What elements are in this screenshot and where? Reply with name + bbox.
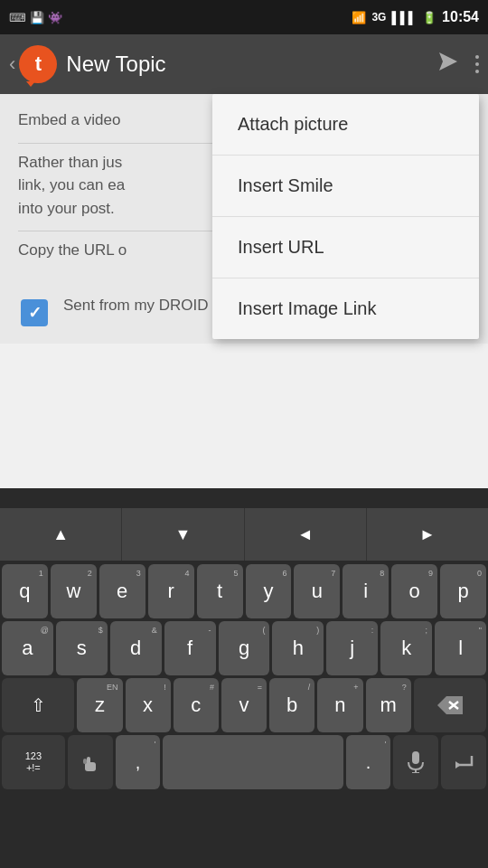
app-bar: ‹ t New Topic [0, 34, 488, 94]
keyboard-row-2: @a $s &d -f (g )h :j ;k "l [2, 621, 486, 675]
key-v[interactable]: =v [221, 678, 267, 732]
signal-bars-icon: ▌▌▌ [391, 11, 417, 24]
key-x[interactable]: !x [126, 678, 171, 732]
key-s[interactable]: $s [56, 621, 108, 675]
key-u[interactable]: 7u [294, 564, 340, 618]
menu-item-attach-picture[interactable]: Attach picture [212, 94, 479, 156]
battery-icon: 🔋 [422, 11, 436, 24]
check-mark-icon: ✓ [28, 303, 42, 323]
space-button[interactable] [163, 735, 343, 789]
more-dot-3 [475, 70, 479, 73]
key-w[interactable]: 2w [51, 564, 97, 618]
menu-item-insert-image-link[interactable]: Insert Image Link [212, 278, 479, 339]
microphone-button[interactable] [393, 735, 438, 789]
svg-marker-10 [455, 761, 461, 769]
key-z[interactable]: ENz [77, 678, 122, 732]
period-key[interactable]: '. [346, 735, 391, 789]
dropdown-menu: Attach picture Insert Smile Insert URL I… [212, 94, 479, 339]
sd-card-icon: 💾 [30, 11, 44, 24]
svg-rect-6 [83, 759, 87, 764]
keyboard-nav-row: ▲ ▼ ◄ ► [0, 508, 488, 561]
comma-key[interactable]: ', [116, 735, 161, 789]
key-f[interactable]: -f [164, 621, 216, 675]
wifi-icon: 📶 [352, 11, 366, 24]
key-t[interactable]: 5t [197, 564, 243, 618]
key-c[interactable]: #c [174, 678, 219, 732]
app-logo: t [19, 45, 57, 83]
key-h[interactable]: )h [272, 621, 324, 675]
numbers-button[interactable]: 123+!= [2, 735, 65, 789]
signature-checkbox-wrapper[interactable]: ✓ [18, 297, 51, 329]
clock: 10:54 [442, 9, 479, 25]
enter-button[interactable] [441, 735, 486, 789]
svg-rect-7 [412, 751, 419, 764]
keyboard-row-3: ⇧ ENz !x #c =v /b +n ?m [2, 678, 486, 732]
more-dot-2 [475, 62, 479, 66]
keyboard-row-1: 1q 2w 3e 4r 5t 6y 7u 8i 9o 0p [2, 564, 486, 618]
key-j[interactable]: :j [326, 621, 378, 675]
backspace-button[interactable] [414, 678, 486, 732]
more-dot-1 [475, 55, 479, 59]
alien-icon: 👾 [48, 11, 62, 24]
key-i[interactable]: 8i [343, 564, 389, 618]
key-g[interactable]: (g [219, 621, 270, 675]
svg-marker-0 [439, 52, 457, 71]
key-y[interactable]: 6y [246, 564, 292, 618]
svg-rect-4 [85, 762, 96, 771]
keyboard-icon: ⌨ [9, 11, 26, 24]
nav-down-button[interactable]: ▼ [122, 508, 244, 561]
key-d[interactable]: &d [110, 621, 162, 675]
menu-item-insert-smile[interactable]: Insert Smile [212, 156, 479, 217]
svg-rect-5 [87, 757, 90, 764]
shift-button[interactable]: ⇧ [2, 678, 74, 732]
key-o[interactable]: 9o [391, 564, 437, 618]
nav-left-button[interactable]: ◄ [245, 508, 367, 561]
status-icons-right: 📶 3G ▌▌▌ 🔋 10:54 [352, 9, 479, 25]
back-button[interactable]: ‹ [9, 52, 15, 76]
key-r[interactable]: 4r [148, 564, 194, 618]
status-icons-left: ⌨ 💾 👾 [9, 11, 62, 24]
key-n[interactable]: +n [317, 678, 362, 732]
network-3g-icon: 3G [371, 11, 386, 24]
key-p[interactable]: 0p [440, 564, 486, 618]
nav-up-button[interactable]: ▲ [0, 508, 122, 561]
key-a[interactable]: @a [2, 621, 53, 675]
nav-right-button[interactable]: ► [367, 508, 488, 561]
menu-item-insert-url[interactable]: Insert URL [212, 217, 479, 278]
language-button[interactable] [68, 735, 113, 789]
key-m[interactable]: ?m [366, 678, 411, 732]
key-q[interactable]: 1q [2, 564, 48, 618]
key-e[interactable]: 3e [99, 564, 145, 618]
key-k[interactable]: ;k [380, 621, 432, 675]
send-button[interactable] [436, 49, 461, 80]
key-l[interactable]: "l [435, 621, 486, 675]
more-options-button[interactable] [475, 55, 479, 73]
keyboard: 1q 2w 3e 4r 5t 6y 7u 8i 9o 0p @a $s &d -… [0, 561, 488, 868]
key-b[interactable]: /b [269, 678, 314, 732]
page-title: New Topic [66, 52, 436, 77]
svg-marker-1 [437, 696, 463, 714]
status-bar: ⌨ 💾 👾 📶 3G ▌▌▌ 🔋 10:54 [0, 0, 488, 34]
signature-checkbox[interactable]: ✓ [21, 299, 48, 326]
keyboard-row-4: 123+!= ', '. [2, 735, 486, 789]
